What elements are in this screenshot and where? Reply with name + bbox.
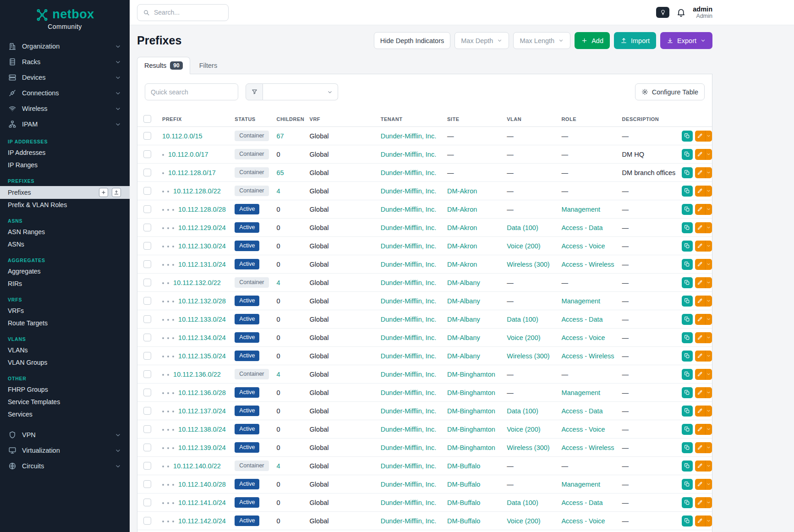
upload-quick-button[interactable] — [112, 188, 121, 197]
prefix-link[interactable]: 10.112.137.0/24 — [178, 407, 226, 415]
children-count-link[interactable]: 4 — [276, 371, 280, 378]
edit-button[interactable] — [695, 277, 712, 288]
edit-dropdown-chevron[interactable] — [705, 369, 712, 380]
vlan-link[interactable]: Voice (200) — [507, 426, 540, 433]
row-checkbox[interactable] — [143, 334, 151, 341]
role-link[interactable]: Access - Voice — [561, 242, 605, 250]
prefix-link[interactable]: 10.112.136.0/28 — [178, 389, 226, 396]
prefix-link[interactable]: 10.112.0.0/17 — [168, 151, 208, 158]
site-link[interactable]: DM-Albany — [447, 352, 480, 360]
prefix-link[interactable]: 10.112.128.0/17 — [168, 169, 216, 176]
edit-dropdown-chevron[interactable] — [705, 442, 712, 453]
row-checkbox[interactable] — [143, 480, 151, 488]
saved-filter-select[interactable] — [263, 83, 338, 100]
site-link[interactable]: DM-Binghamton — [447, 444, 495, 451]
site-link[interactable]: DM-Albany — [447, 334, 480, 341]
quick-search-input[interactable] — [145, 83, 238, 100]
column-header-role[interactable]: ROLE — [557, 111, 617, 127]
prefix-link[interactable]: 10.112.131.0/24 — [178, 261, 226, 268]
pencil-icon[interactable] — [695, 131, 705, 142]
pencil-icon[interactable] — [695, 241, 705, 252]
row-checkbox[interactable] — [143, 517, 151, 525]
edit-button[interactable] — [695, 351, 712, 362]
role-link[interactable]: Management — [561, 481, 600, 488]
tenant-link[interactable]: Dunder-Mifflin, Inc. — [381, 481, 436, 488]
row-checkbox[interactable] — [143, 279, 151, 286]
edit-button[interactable] — [695, 461, 712, 472]
site-link[interactable]: DM-Binghamton — [447, 389, 495, 396]
sidebar-menu-racks[interactable]: Racks — [0, 54, 130, 70]
global-search[interactable] — [137, 4, 229, 21]
pencil-icon[interactable] — [695, 369, 705, 380]
prefix-link[interactable]: 10.112.0.0/15 — [162, 132, 203, 140]
edit-dropdown-chevron[interactable] — [705, 424, 712, 435]
prefix-link[interactable]: 10.112.128.0/22 — [173, 187, 221, 195]
site-link[interactable]: DM-Binghamton — [447, 371, 495, 378]
prefix-link[interactable]: 10.112.132.0/22 — [173, 279, 221, 286]
site-link[interactable]: DM-Binghamton — [447, 407, 495, 415]
edit-dropdown-chevron[interactable] — [705, 314, 712, 325]
site-link[interactable]: DM-Buffalo — [447, 481, 480, 488]
row-checkbox[interactable] — [143, 224, 151, 231]
copy-button[interactable] — [682, 461, 693, 472]
pencil-icon[interactable] — [695, 387, 705, 398]
vlan-link[interactable]: Wireless (300) — [507, 352, 549, 360]
copy-button[interactable] — [682, 241, 693, 252]
copy-button[interactable] — [682, 351, 693, 362]
copy-button[interactable] — [682, 131, 693, 142]
row-checkbox[interactable] — [143, 297, 151, 305]
netbox-logo[interactable]: netbox Community — [0, 0, 130, 33]
prefix-link[interactable]: 10.112.140.0/22 — [173, 462, 221, 470]
vlan-link[interactable]: Data (100) — [507, 316, 538, 323]
tenant-link[interactable]: Dunder-Mifflin, Inc. — [381, 462, 436, 470]
edit-dropdown-chevron[interactable] — [705, 204, 712, 215]
global-search-input[interactable] — [154, 9, 223, 16]
sidebar-item-ip-ranges[interactable]: IP Ranges — [0, 159, 130, 171]
sidebar-item-service-templates[interactable]: Service Templates — [0, 396, 130, 408]
edit-button[interactable] — [695, 149, 712, 160]
configure-table-button[interactable]: Configure Table — [635, 83, 705, 100]
edit-dropdown-chevron[interactable] — [705, 149, 712, 160]
copy-button[interactable] — [682, 204, 693, 215]
pencil-icon[interactable] — [695, 259, 705, 270]
tenant-link[interactable]: Dunder-Mifflin, Inc. — [381, 224, 436, 231]
tenant-link[interactable]: Dunder-Mifflin, Inc. — [381, 316, 436, 323]
pencil-icon[interactable] — [695, 497, 705, 508]
pencil-icon[interactable] — [695, 332, 705, 343]
role-link[interactable]: Access - Wireless — [561, 444, 614, 451]
prefix-link[interactable]: 10.112.134.0/24 — [178, 334, 226, 341]
tenant-link[interactable]: Dunder-Mifflin, Inc. — [381, 334, 436, 341]
edit-dropdown-chevron[interactable] — [705, 222, 712, 233]
edit-button[interactable] — [695, 296, 712, 307]
site-link[interactable]: DM-Buffalo — [447, 517, 480, 525]
vlan-link[interactable]: Voice (200) — [507, 517, 540, 525]
tenant-link[interactable]: Dunder-Mifflin, Inc. — [381, 499, 436, 506]
column-header-site[interactable]: SITE — [443, 111, 502, 127]
prefix-link[interactable]: 10.112.135.0/24 — [178, 352, 226, 360]
sidebar-item-fhrp-groups[interactable]: FHRP Groups — [0, 384, 130, 396]
role-link[interactable]: Access - Voice — [561, 334, 605, 341]
copy-button[interactable] — [682, 479, 693, 490]
sidebar-item-asns[interactable]: ASNs — [0, 238, 130, 251]
tab-filters[interactable]: Filters — [192, 57, 225, 74]
edit-button[interactable] — [695, 332, 712, 343]
prefix-link[interactable]: 10.112.133.0/24 — [178, 316, 226, 323]
edit-dropdown-chevron[interactable] — [705, 461, 712, 472]
export-button[interactable]: Export — [660, 32, 712, 49]
site-link[interactable]: DM-Albany — [447, 316, 480, 323]
filter-button[interactable] — [246, 83, 263, 100]
children-count-link[interactable]: 4 — [276, 462, 280, 470]
site-link[interactable]: DM-Buffalo — [447, 499, 480, 506]
copy-button[interactable] — [682, 387, 693, 398]
site-link[interactable]: DM-Albany — [447, 297, 480, 305]
import-button[interactable]: Import — [614, 32, 656, 49]
copy-button[interactable] — [682, 259, 693, 270]
edit-button[interactable] — [695, 424, 712, 435]
site-link[interactable]: DM-Binghamton — [447, 426, 495, 433]
edit-button[interactable] — [695, 204, 712, 215]
prefix-link[interactable]: 10.112.138.0/24 — [178, 426, 226, 433]
children-count-link[interactable]: 65 — [276, 169, 284, 176]
site-link[interactable]: DM-Akron — [447, 206, 477, 213]
tenant-link[interactable]: Dunder-Mifflin, Inc. — [381, 352, 436, 360]
role-link[interactable]: Management — [561, 297, 600, 305]
